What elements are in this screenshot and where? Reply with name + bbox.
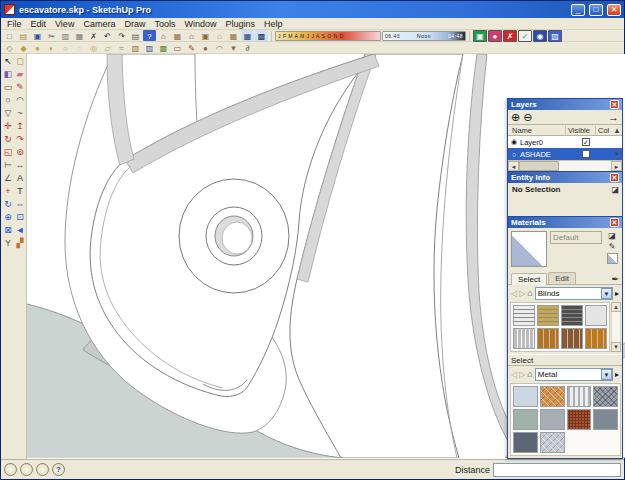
plugin-player-button[interactable]: ◉	[533, 30, 547, 42]
menu-item[interactable]: Camera	[79, 19, 119, 29]
model-info-button[interactable]: ⌂	[185, 30, 198, 41]
polygon-tool[interactable]: ▽	[2, 107, 14, 120]
materials-close-icon[interactable]: ✕	[610, 218, 619, 227]
layer-row[interactable]: ◉ Layer0 ✓	[508, 136, 622, 148]
hscroll-thumb[interactable]	[519, 161, 559, 171]
swatch-aluminum[interactable]	[513, 386, 538, 407]
layers-detail-arrow-icon[interactable]: →	[608, 111, 619, 123]
shadow-month-slider[interactable]: J F M A M J J A S O N D	[275, 31, 381, 41]
status-icon-a[interactable]	[4, 463, 17, 476]
style-back-edges-button[interactable]: ◎	[87, 42, 100, 53]
visible-checkbox[interactable]	[582, 150, 590, 158]
redo-button[interactable]: ↷	[115, 30, 128, 41]
text-tool[interactable]: A	[14, 172, 26, 185]
circle-tool[interactable]: ○	[2, 94, 14, 107]
plugin-pattern-button[interactable]: ▨	[548, 30, 562, 42]
rectangle-tool-button[interactable]: ▭	[171, 42, 184, 53]
scroll-down-icon[interactable]: ▼	[611, 342, 621, 352]
layer-radio[interactable]: ○	[508, 151, 520, 158]
details-arrow-icon[interactable]: ▸	[615, 370, 619, 379]
layer-row-selected[interactable]: ○ ASHADE ▼	[508, 148, 622, 160]
style-xray-button[interactable]: ◌	[73, 42, 86, 53]
zoom-tool[interactable]: ⊕	[2, 211, 14, 224]
freehand-tool-button[interactable]: ∂	[241, 42, 254, 53]
shadow-dialog-button[interactable]: ▦	[241, 30, 254, 41]
menu-item[interactable]: File	[3, 19, 26, 29]
freehand-tool[interactable]: ~	[14, 107, 26, 120]
swatch-rusted-metal[interactable]	[567, 409, 592, 430]
get-models-button[interactable]: ⌂	[157, 30, 170, 41]
zoom-extents-tool[interactable]: ⊠	[2, 224, 14, 237]
style-monochrome-button[interactable]: ○	[59, 42, 72, 53]
menu-item[interactable]: Plugins	[221, 19, 259, 29]
eyedropper-icon[interactable]: ✒	[611, 274, 619, 284]
orbit-tool[interactable]: ↻	[2, 198, 14, 211]
layer-name[interactable]: Layer0	[520, 138, 582, 147]
style-wireframe-button[interactable]: ◇	[3, 42, 16, 53]
swatch-empty-2[interactable]	[593, 432, 618, 453]
scroll-right-icon[interactable]: ►	[611, 161, 622, 171]
remove-layer-button[interactable]: ⊖	[523, 111, 532, 124]
swatch-blind-white[interactable]	[585, 305, 607, 326]
dropdown-arrow-icon[interactable]: ▼	[601, 369, 612, 380]
column-name[interactable]: Name	[508, 126, 566, 135]
entity-info-close-icon[interactable]: ✕	[610, 173, 619, 182]
offset-tool[interactable]: ⊚	[14, 146, 26, 159]
shadow-time-slider[interactable]: 06:43 Noon 04:48	[382, 31, 466, 41]
material-name-field[interactable]: Default	[550, 231, 602, 244]
swatch-corrugated-metal[interactable]	[567, 386, 592, 407]
secondary-pane-icon[interactable]: ◪	[608, 231, 616, 240]
menu-item[interactable]: Window	[180, 19, 220, 29]
new-file-button[interactable]: □	[3, 30, 16, 41]
menu-item[interactable]: Draw	[120, 19, 149, 29]
home-icon[interactable]: ⌂	[527, 369, 532, 379]
menu-item[interactable]: Tools	[150, 19, 179, 29]
zoom-window-tool[interactable]: ⊡	[14, 211, 26, 224]
details-arrow-icon[interactable]: ▸	[615, 289, 619, 298]
swatch-wood-blind-amber[interactable]	[585, 328, 607, 349]
view-iso-button[interactable]: ▧	[129, 42, 142, 53]
cut-button[interactable]: ✂	[45, 30, 58, 41]
style-hidden-line-button[interactable]: ◆	[17, 42, 30, 53]
swatch-blind-tan[interactable]	[537, 305, 559, 326]
visible-checkbox[interactable]: ✓	[582, 138, 590, 146]
rotate-tool[interactable]: ↻	[2, 133, 14, 146]
maximize-button[interactable]: □	[589, 4, 603, 16]
help-status-icon[interactable]: ?	[52, 463, 65, 476]
style-textured-button[interactable]: ◐	[45, 42, 58, 53]
column-color[interactable]: Col	[596, 126, 612, 135]
column-visible[interactable]: Visible	[566, 126, 596, 135]
back-arrow-icon[interactable]: ◁	[511, 289, 517, 298]
swatch-diamond-plate[interactable]	[540, 432, 565, 453]
forward-arrow-icon[interactable]: ▷	[519, 370, 525, 379]
swatch-wood-blind-honey[interactable]	[537, 328, 559, 349]
swatch-empty-1[interactable]	[567, 432, 592, 453]
plugin-delete-button[interactable]: ✗	[503, 30, 517, 42]
menu-item[interactable]: Edit	[27, 19, 51, 29]
plugin-green-button[interactable]: ▣	[473, 30, 487, 42]
share-model-button[interactable]: ▦	[171, 30, 184, 41]
scroll-up-icon[interactable]: ▲	[612, 126, 622, 135]
circle-tool-button[interactable]: ●	[199, 42, 212, 53]
help-button[interactable]: ?	[143, 30, 156, 41]
line-tool-button[interactable]: ✎	[185, 42, 198, 53]
menu-item[interactable]: View	[51, 19, 78, 29]
polygon-tool-button[interactable]: ▼	[227, 42, 240, 53]
scroll-up-icon[interactable]: ▲	[611, 302, 621, 312]
copy-button[interactable]: ▥	[59, 30, 72, 41]
component-box-button[interactable]: ▦	[227, 30, 240, 41]
axes-tool[interactable]: +	[2, 185, 14, 198]
scroll-down-icon[interactable]: ▼	[612, 151, 622, 157]
layer-name[interactable]: ASHADE	[520, 150, 582, 159]
scroll-left-icon[interactable]: ◄	[508, 161, 519, 171]
menu-item[interactable]: Help	[260, 19, 287, 29]
print-button[interactable]: ▤	[129, 30, 142, 41]
walk-tool[interactable]: Y	[2, 237, 14, 250]
3d-text-tool[interactable]: T	[14, 185, 26, 198]
arc-tool[interactable]: ◠	[14, 94, 26, 107]
style-shaded-button[interactable]: ●	[31, 42, 44, 53]
shadow-toggle-button[interactable]: ▩	[255, 30, 268, 41]
close-button[interactable]: ✕	[607, 4, 621, 16]
tab-edit[interactable]: Edit	[548, 272, 576, 284]
swatch-blind-light[interactable]	[513, 305, 535, 326]
